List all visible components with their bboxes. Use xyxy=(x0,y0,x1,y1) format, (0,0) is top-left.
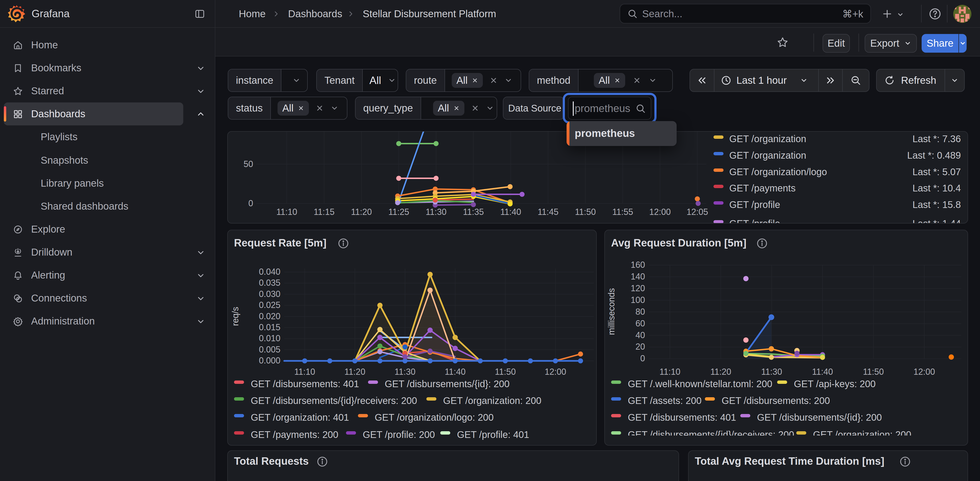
svg-text:11:45: 11:45 xyxy=(538,207,558,217)
svg-text:11:35: 11:35 xyxy=(463,207,484,217)
svg-text:11:40: 11:40 xyxy=(500,207,521,217)
svg-text:12:05: 12:05 xyxy=(687,207,708,217)
svg-text:11:25: 11:25 xyxy=(388,207,409,217)
svg-text:11:15: 11:15 xyxy=(313,207,334,217)
svg-text:11:50: 11:50 xyxy=(575,207,596,217)
svg-text:12:00: 12:00 xyxy=(649,207,671,217)
svg-text:11:30: 11:30 xyxy=(426,207,447,217)
svg-text:11:55: 11:55 xyxy=(612,207,633,217)
svg-text:11:10: 11:10 xyxy=(276,207,297,217)
svg-text:50: 50 xyxy=(243,159,253,169)
svg-text:11:20: 11:20 xyxy=(351,207,372,217)
svg-text:0: 0 xyxy=(248,198,253,208)
